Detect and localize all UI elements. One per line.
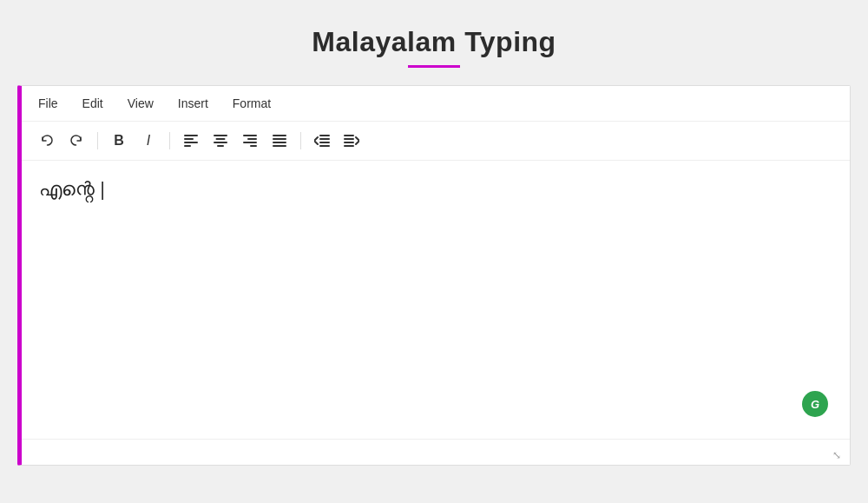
svg-rect-17	[319, 138, 330, 140]
content-area[interactable]: എന്റെ	[22, 161, 850, 439]
grammarly-icon: G	[811, 398, 819, 411]
svg-rect-10	[243, 142, 257, 143]
svg-rect-16	[319, 135, 330, 136]
menu-insert[interactable]: Insert	[174, 95, 212, 112]
bottom-strip: G ⤡	[22, 439, 850, 465]
svg-rect-6	[214, 142, 227, 143]
svg-rect-3	[184, 145, 191, 147]
align-center-button[interactable]	[208, 129, 233, 153]
italic-button[interactable]: I	[136, 129, 161, 153]
svg-rect-11	[250, 145, 257, 147]
separator-2	[169, 132, 170, 149]
svg-rect-19	[319, 145, 330, 147]
svg-rect-13	[273, 138, 286, 140]
svg-rect-12	[273, 135, 286, 136]
svg-rect-8	[243, 135, 257, 136]
svg-rect-23	[344, 145, 354, 147]
svg-rect-5	[216, 138, 226, 140]
align-justify-button[interactable]	[267, 129, 292, 153]
svg-rect-4	[214, 135, 227, 136]
resize-handle[interactable]: ⤡	[831, 449, 843, 461]
redo-button[interactable]	[64, 129, 89, 153]
menu-format[interactable]: Format	[229, 95, 274, 112]
outdent-button[interactable]	[310, 129, 334, 153]
undo-button[interactable]	[35, 129, 59, 153]
svg-rect-20	[344, 135, 354, 136]
svg-rect-9	[247, 138, 257, 140]
bold-button[interactable]: B	[107, 129, 131, 153]
svg-rect-18	[319, 142, 330, 143]
align-right-button[interactable]	[238, 129, 262, 153]
menu-edit[interactable]: Edit	[79, 95, 107, 112]
toolbar: B I	[22, 122, 850, 161]
grammarly-button[interactable]: G	[802, 391, 828, 417]
separator-3	[300, 132, 301, 149]
editor-container: File Edit View Insert Format B I	[17, 85, 851, 466]
svg-rect-22	[344, 142, 354, 143]
page-title: Malayalam Typing	[312, 26, 556, 58]
menu-bar: File Edit View Insert Format	[22, 86, 850, 122]
menu-file[interactable]: File	[35, 95, 62, 112]
indent-button[interactable]	[339, 129, 364, 153]
svg-rect-15	[273, 145, 286, 147]
svg-rect-21	[344, 138, 354, 140]
svg-rect-14	[273, 142, 286, 143]
content-text: എന്റെ	[39, 178, 95, 200]
svg-rect-1	[184, 138, 194, 140]
align-left-button[interactable]	[179, 129, 203, 153]
svg-rect-7	[217, 145, 224, 147]
svg-rect-2	[184, 142, 198, 143]
separator-1	[97, 132, 98, 149]
svg-rect-0	[184, 135, 198, 136]
title-underline	[408, 65, 460, 68]
menu-view[interactable]: View	[124, 95, 157, 112]
